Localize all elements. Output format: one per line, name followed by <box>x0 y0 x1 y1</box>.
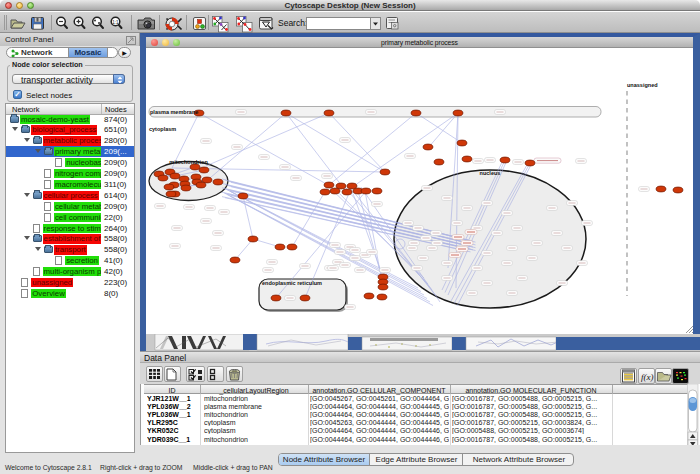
svg-text:1:1: 1:1 <box>112 20 119 25</box>
svg-text:endoplasmic reticulum: endoplasmic reticulum <box>262 280 322 286</box>
svg-text:mitochondrion: mitochondrion <box>169 159 208 165</box>
svg-text:cytoplasm: cytoplasm <box>149 126 176 132</box>
svg-text:nucleus: nucleus <box>480 170 501 176</box>
svg-text:Search:: Search: <box>278 18 307 28</box>
svg-text:f(x): f(x) <box>641 372 654 382</box>
svg-text:plasma membrane: plasma membrane <box>150 109 198 115</box>
svg-text:unassigned: unassigned <box>627 82 658 88</box>
